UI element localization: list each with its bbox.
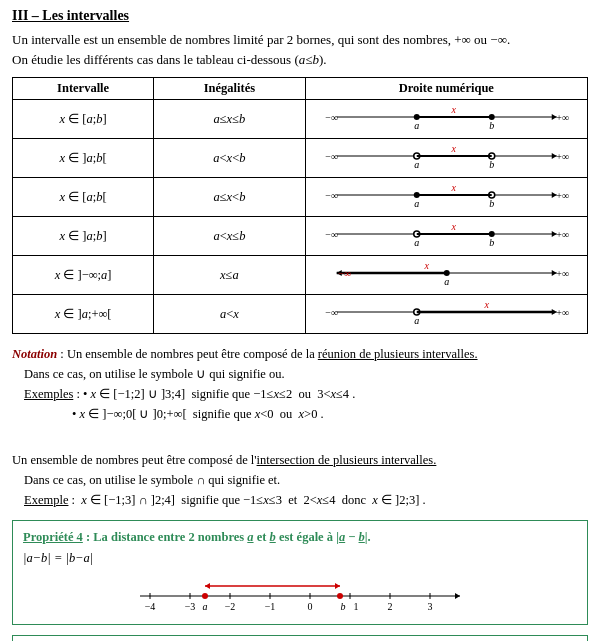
svg-text:a: a bbox=[414, 237, 419, 248]
svg-text:a: a bbox=[414, 159, 419, 170]
notation-union-text: Dans ce cas, on utilise le symbole ∪ qui… bbox=[24, 364, 588, 384]
svg-marker-80 bbox=[205, 583, 210, 589]
interval-cell: x ∈ ]a;+∞[ bbox=[13, 295, 154, 334]
notation-label: Notation bbox=[12, 347, 57, 361]
interval-cell: x ∈ [a;b] bbox=[13, 100, 154, 139]
intro-text: Un intervalle est un ensemble de nombres… bbox=[12, 30, 588, 69]
interval-table: Intervalle Inégalités Droite numérique x… bbox=[12, 77, 588, 334]
prop4-numline: −4 −3 a −2 −1 0 b 1 2 3 bbox=[130, 574, 470, 614]
property-4-box: Propriété 4 : La distance entre 2 nombre… bbox=[12, 520, 588, 625]
ineq-cell: a<x<b bbox=[154, 139, 305, 178]
svg-text:x: x bbox=[450, 221, 456, 232]
notation-intersection: Un ensemble de nombres peut être composé… bbox=[12, 450, 588, 470]
ineq-cell: a<x bbox=[154, 295, 305, 334]
svg-text:−∞: −∞ bbox=[325, 307, 338, 318]
svg-text:−2: −2 bbox=[225, 601, 236, 612]
svg-text:+∞: +∞ bbox=[556, 229, 569, 240]
interval-cell: x ∈ [a;b[ bbox=[13, 178, 154, 217]
numline-cell: −∞ a x b +∞ bbox=[305, 178, 587, 217]
col-header-interval: Intervalle bbox=[13, 78, 154, 100]
svg-text:2: 2 bbox=[388, 601, 393, 612]
ineq-cell: a≤x≤b bbox=[154, 100, 305, 139]
svg-text:3: 3 bbox=[428, 601, 433, 612]
svg-text:x: x bbox=[450, 104, 456, 115]
svg-text:−∞: −∞ bbox=[325, 229, 338, 240]
notation-inter-blank bbox=[12, 430, 588, 450]
svg-text:a: a bbox=[203, 601, 208, 612]
svg-marker-81 bbox=[335, 583, 340, 589]
numline-cell: −∞ a x b +∞ bbox=[305, 100, 587, 139]
table-row: x ∈ [a;b] a≤x≤b −∞ a bbox=[13, 100, 588, 139]
numline-cell: −∞ a x +∞ bbox=[305, 295, 587, 334]
ineq-cell: a<x≤b bbox=[154, 217, 305, 256]
interval-cell: x ∈ ]a;b[ bbox=[13, 139, 154, 178]
svg-marker-58 bbox=[455, 593, 460, 599]
ineq-cell: a≤x<b bbox=[154, 178, 305, 217]
table-row: x ∈ ]a;b[ a<x<b −∞ a x b +∞ bbox=[13, 139, 588, 178]
col-header-ineq: Inégalités bbox=[154, 78, 305, 100]
svg-text:−4: −4 bbox=[145, 601, 156, 612]
svg-text:a: a bbox=[414, 198, 419, 209]
examples-label: Exemples : • x ∈ [−1;2] ∪ ]3;4] signifie… bbox=[24, 384, 588, 404]
svg-text:+∞: +∞ bbox=[556, 268, 569, 279]
svg-text:−∞: −∞ bbox=[338, 268, 351, 279]
svg-text:x: x bbox=[450, 182, 456, 193]
notation-reunion: Notation : Un ensemble de nombres peut ê… bbox=[12, 344, 588, 364]
svg-text:+∞: +∞ bbox=[556, 307, 569, 318]
svg-text:−∞: −∞ bbox=[325, 112, 338, 123]
svg-text:b: b bbox=[341, 601, 346, 612]
numline-cell: −∞ a x b +∞ bbox=[305, 139, 587, 178]
svg-text:a: a bbox=[444, 276, 449, 287]
table-row: x ∈ ]a;b] a<x≤b −∞ a x b +∞ bbox=[13, 217, 588, 256]
svg-text:+∞: +∞ bbox=[556, 112, 569, 123]
col-header-num: Droite numérique bbox=[305, 78, 587, 100]
notation-inter-text: Dans ce cas, on utilise le symbole ∩ qui… bbox=[24, 470, 588, 490]
table-row: x ∈ ]−∞;a] x≤a −∞ x a +∞ bbox=[13, 256, 588, 295]
svg-text:x: x bbox=[483, 299, 489, 310]
svg-text:a: a bbox=[414, 120, 419, 131]
reunion-link: réunion de plusieurs intervalles. bbox=[318, 347, 478, 361]
svg-text:x: x bbox=[423, 260, 429, 271]
property-5-box: Propriété 5 : Soit a et r des nombres ré… bbox=[12, 635, 588, 642]
example-inter: Exemple : x ∈ [−1;3] ∩ ]2;4] signifie qu… bbox=[24, 490, 588, 510]
numline-cell: −∞ a x b +∞ bbox=[305, 217, 587, 256]
prop4-title: Propriété 4 : La distance entre 2 nombre… bbox=[23, 527, 577, 548]
interval-cell: x ∈ ]−∞;a] bbox=[13, 256, 154, 295]
table-row: x ∈ [a;b[ a≤x<b −∞ a x b +∞ bbox=[13, 178, 588, 217]
svg-text:b: b bbox=[489, 237, 494, 248]
prop4-formula: |a−b| = |b−a| bbox=[23, 548, 577, 569]
svg-text:+∞: +∞ bbox=[556, 190, 569, 201]
svg-text:b: b bbox=[489, 159, 494, 170]
section-title: III – Les intervalles bbox=[12, 8, 588, 24]
svg-text:−∞: −∞ bbox=[325, 151, 338, 162]
svg-text:0: 0 bbox=[308, 601, 313, 612]
interval-cell: x ∈ ]a;b] bbox=[13, 217, 154, 256]
example-2: • x ∈ ]−∞;0[ ∪ ]0;+∞[ signifie que x<0 o… bbox=[72, 404, 588, 424]
svg-point-78 bbox=[337, 593, 343, 599]
svg-text:a: a bbox=[414, 315, 419, 326]
svg-text:b: b bbox=[489, 198, 494, 209]
intersection-link: intersection de plusieurs intervalles. bbox=[257, 453, 437, 467]
numline-cell: −∞ x a +∞ bbox=[305, 256, 587, 295]
svg-text:−∞: −∞ bbox=[325, 190, 338, 201]
notation-section: Notation : Un ensemble de nombres peut ê… bbox=[12, 344, 588, 510]
svg-text:x: x bbox=[450, 143, 456, 154]
svg-text:−3: −3 bbox=[185, 601, 196, 612]
svg-text:+∞: +∞ bbox=[556, 151, 569, 162]
svg-text:1: 1 bbox=[354, 601, 359, 612]
svg-point-77 bbox=[202, 593, 208, 599]
svg-text:b: b bbox=[489, 120, 494, 131]
table-row: x ∈ ]a;+∞[ a<x −∞ a x +∞ bbox=[13, 295, 588, 334]
svg-text:−1: −1 bbox=[265, 601, 276, 612]
ineq-cell: x≤a bbox=[154, 256, 305, 295]
